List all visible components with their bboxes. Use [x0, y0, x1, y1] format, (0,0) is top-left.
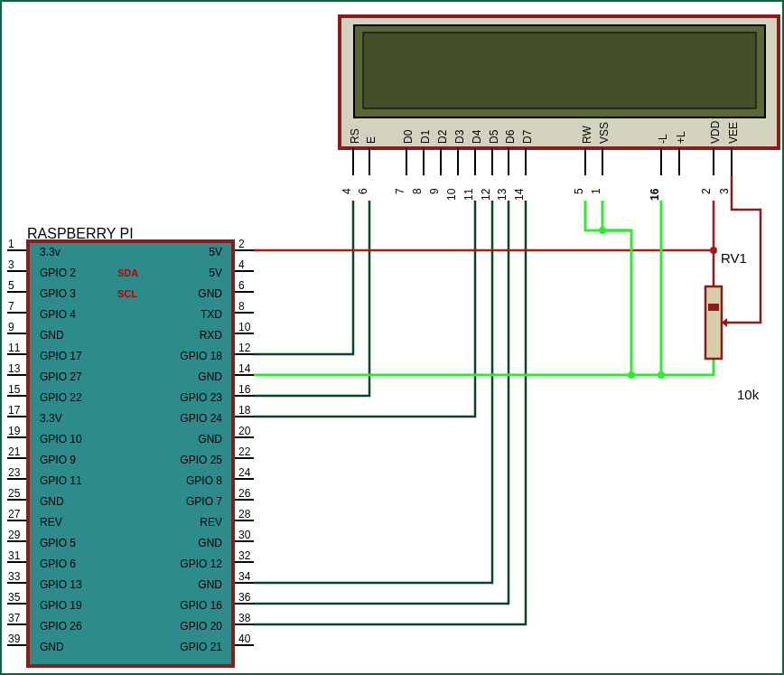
- potentiometer: [705, 250, 729, 359]
- svg-text:33: 33: [8, 570, 21, 583]
- svg-text:8: 8: [411, 188, 424, 194]
- svg-text:GPIO 20: GPIO 20: [180, 620, 222, 633]
- svg-text:22: 22: [238, 445, 251, 458]
- svg-text:GPIO 17: GPIO 17: [40, 350, 82, 362]
- lcd-pin-d0: D0: [402, 129, 415, 144]
- svg-text:GPIO 4: GPIO 4: [40, 308, 76, 321]
- svg-text:GND: GND: [198, 287, 222, 300]
- lcd-pin-d3: D3: [453, 129, 466, 144]
- svg-rect-155: [708, 304, 719, 311]
- wires-gnd: [254, 201, 714, 375]
- svg-text:GND: GND: [198, 433, 222, 445]
- svg-text:26: 26: [238, 487, 251, 500]
- svg-text:25: 25: [8, 487, 21, 500]
- svg-text:9: 9: [428, 188, 441, 194]
- svg-text:GND: GND: [198, 370, 222, 383]
- svg-text:11: 11: [8, 342, 21, 354]
- lcd-pin-vss: VSS: [598, 122, 611, 144]
- svg-text:GND: GND: [198, 537, 222, 549]
- svg-text:4: 4: [238, 258, 245, 271]
- svg-text:1: 1: [590, 188, 602, 194]
- lcd-pin-d2: D2: [436, 129, 449, 144]
- svg-text:3.3v: 3.3v: [40, 246, 61, 258]
- svg-text:7: 7: [394, 188, 406, 194]
- pi-title: RASPBERRY PI: [27, 226, 134, 241]
- svg-text:SDA: SDA: [117, 267, 138, 278]
- svg-text:9: 9: [8, 321, 14, 333]
- svg-text:16: 16: [649, 188, 661, 201]
- svg-text:21: 21: [8, 445, 21, 458]
- svg-text:7: 7: [8, 300, 14, 313]
- lcd-pin-rs: RS: [349, 128, 361, 144]
- svg-text:20: 20: [238, 425, 251, 437]
- svg-text:GPIO 7: GPIO 7: [186, 495, 222, 508]
- svg-text:GPIO 16: GPIO 16: [180, 599, 222, 612]
- svg-text:2: 2: [700, 188, 713, 194]
- pi-right-nums: 2 4 6 8 10 12 14 16 18 20 22 24 26 28 30…: [238, 238, 251, 645]
- svg-text:1: 1: [8, 238, 14, 250]
- pot-ref: RV1: [721, 250, 747, 266]
- lcd-pin-d5: D5: [488, 129, 500, 144]
- svg-text:GND: GND: [40, 641, 64, 653]
- svg-text:5: 5: [573, 188, 585, 194]
- svg-text:GPIO 6: GPIO 6: [40, 558, 76, 570]
- svg-text:40: 40: [238, 633, 251, 645]
- svg-text:GPIO 2: GPIO 2: [40, 267, 76, 279]
- svg-text:6: 6: [238, 279, 245, 292]
- pot-value: 10k: [737, 387, 760, 402]
- junction-gnd-3: [658, 371, 665, 379]
- svg-text:15: 15: [8, 383, 21, 396]
- svg-text:GPIO 24: GPIO 24: [180, 412, 222, 425]
- svg-text:39: 39: [8, 633, 21, 645]
- svg-text:28: 28: [238, 508, 251, 520]
- svg-text:GPIO 26: GPIO 26: [40, 620, 82, 633]
- svg-text:GPIO 25: GPIO 25: [180, 454, 222, 466]
- lcd-pin-d1: D1: [419, 129, 432, 144]
- lcd-pin-d7: D7: [521, 129, 534, 144]
- svg-text:32: 32: [238, 549, 251, 562]
- svg-text:38: 38: [238, 612, 251, 624]
- lcd-pin-vdd: VDD: [709, 120, 722, 144]
- svg-text:34: 34: [238, 570, 251, 583]
- lcd-pin-rw: RW: [581, 126, 593, 144]
- svg-text:16: 16: [238, 383, 251, 396]
- svg-text:GPIO 13: GPIO 13: [40, 578, 82, 591]
- svg-text:REV: REV: [200, 516, 222, 529]
- svg-text:REV: REV: [40, 516, 62, 529]
- wire-vee: [727, 175, 761, 323]
- svg-text:3: 3: [8, 258, 14, 271]
- svg-text:GPIO 21: GPIO 21: [180, 641, 222, 653]
- svg-text:3.3V: 3.3V: [40, 412, 62, 425]
- lcd-pin-d4: D4: [471, 129, 483, 144]
- svg-text:GND: GND: [198, 578, 222, 591]
- svg-text:GPIO 11: GPIO 11: [40, 474, 82, 487]
- svg-text:GND: GND: [40, 495, 64, 508]
- svg-text:18: 18: [238, 404, 251, 417]
- svg-text:6: 6: [357, 188, 369, 194]
- svg-text:5V: 5V: [209, 267, 222, 279]
- svg-text:27: 27: [8, 508, 21, 520]
- svg-text:13: 13: [496, 188, 509, 201]
- svg-rect-154: [705, 286, 722, 359]
- svg-text:GPIO 9: GPIO 9: [40, 454, 76, 466]
- svg-text:31: 31: [8, 549, 21, 562]
- svg-text:4: 4: [341, 188, 353, 194]
- svg-text:GPIO 22: GPIO 22: [40, 391, 82, 404]
- lcd-pin-numbers: 4 6 7 8 9 10 11 12 13 14 5 1 16 2 3: [341, 188, 731, 201]
- svg-text:GPIO 18: GPIO 18: [180, 350, 222, 362]
- svg-text:12: 12: [238, 342, 251, 354]
- svg-text:10: 10: [445, 188, 458, 201]
- svg-text:24: 24: [238, 466, 251, 479]
- svg-text:11: 11: [462, 188, 475, 201]
- svg-text:3: 3: [718, 188, 731, 194]
- lcd-pin-stubs: [353, 148, 732, 175]
- lcd-pin-vee: VEE: [727, 122, 740, 144]
- svg-text:SCL: SCL: [117, 288, 137, 299]
- svg-text:29: 29: [8, 529, 21, 541]
- svg-text:14: 14: [513, 188, 526, 201]
- svg-text:13: 13: [8, 362, 21, 375]
- pi-left-nums: 1 3 5 7 9 11 13 15 17 19 21 23 25 27 29 …: [8, 238, 21, 645]
- svg-text:TXD: TXD: [201, 308, 222, 321]
- svg-text:GPIO 3: GPIO 3: [40, 287, 76, 300]
- svg-text:10: 10: [238, 321, 251, 333]
